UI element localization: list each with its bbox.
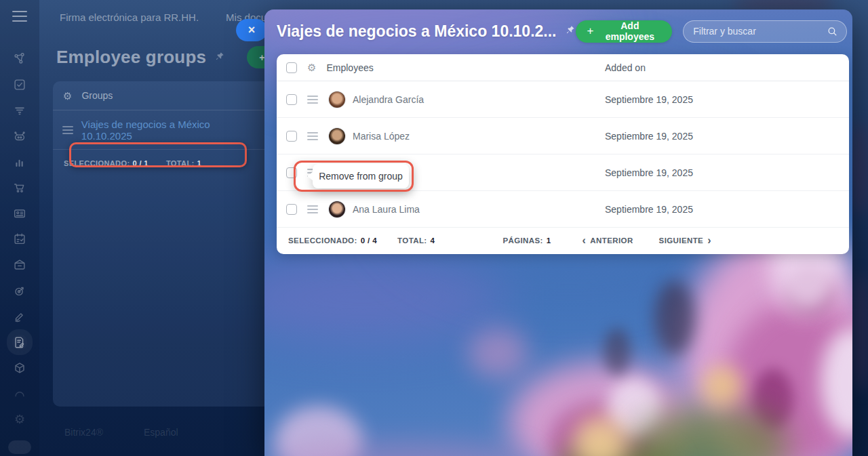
tab-firma-electronica[interactable]: Firma electrónica para RR.HH. [60,12,199,23]
search-input[interactable] [692,25,827,37]
group-link[interactable]: Viajes de negocios a México 10.10.2025 [81,119,262,142]
table-footer: SELECCIONADO:0 / 4 TOTAL:4 PÁGINAS:1 ‹AN… [277,228,849,253]
employee-name: Ana Laura Lima [353,204,420,215]
row-checkbox[interactable] [286,94,297,105]
total-count: TOTAL:4 [397,236,435,245]
flower-blob [604,328,631,375]
help-pill[interactable] [8,440,31,454]
search-box [683,20,847,43]
close-button[interactable]: × [236,19,267,41]
added-on-value: Septiembre 19, 2025 [605,204,693,215]
remove-from-group-tooltip[interactable]: Remove from group [313,164,409,188]
employee-name: Alejandra García [353,94,424,105]
added-on-value: Septiembre 19, 2025 [605,167,693,178]
gear-icon[interactable]: ⚙ [307,62,316,72]
row-checkbox[interactable] [286,131,297,142]
flower-blob [702,365,743,406]
avatar [329,201,345,217]
tasks-check-icon[interactable] [12,77,27,92]
avatar [329,91,345,108]
added-on-value: Septiembre 19, 2025 [605,131,693,142]
bar-chart-icon[interactable] [12,154,27,169]
funnel-icon[interactable] [12,103,27,118]
table-row[interactable]: Ana Laura Lima Septiembre 19, 2025 [277,191,849,228]
base-footer: Bitrix24® Español [64,427,178,438]
employees-table: ⚙ Employees Added on Alejandra García Se… [277,54,849,254]
selected-count: SELECCIONADO:0 / 1 [64,159,149,167]
table-row[interactable]: Marisa López Septiembre 19, 2025 [277,118,849,154]
group-modal: Viajes de negocios a México 10.10.2... +… [264,9,852,456]
cart-icon[interactable] [12,180,27,195]
flower-blob [853,271,868,393]
select-all-checkbox[interactable] [286,62,297,73]
chevron-right-icon: › [707,235,711,246]
gear-icon[interactable]: ⚙ [12,412,27,427]
flower-blob [468,328,529,379]
arc-icon[interactable] [12,386,27,401]
modal-header: Viajes de negocios a México 10.10.2... +… [264,9,852,53]
brand-label: Bitrix24® [64,427,103,438]
total-count: TOTAL:1 [166,159,201,167]
row-menu-icon[interactable] [307,132,318,140]
row-menu-icon[interactable] [307,205,318,213]
groups-footer: SELECCIONADO:0 / 1 TOTAL:1 [64,159,271,167]
close-icon: × [248,23,256,37]
flower-blob [264,253,509,341]
added-on-column-label: Added on [605,62,646,73]
plus-icon: + [587,24,594,38]
chevron-left-icon: ‹ [583,235,587,246]
employee-name: Marisa López [353,131,410,142]
row-menu-icon[interactable] [307,96,318,104]
screen: Firma electrónica para RR.HH. Mis docume… [0,0,868,456]
pin-icon[interactable] [565,24,576,38]
previous-page-button[interactable]: ‹ANTERIOR [583,235,633,246]
groups-table-header: ⚙ Groups [53,81,271,110]
share-network-icon[interactable] [12,51,27,66]
archive-icon[interactable] [12,257,27,272]
added-on-value: Septiembre 19, 2025 [605,94,693,105]
signature-icon[interactable] [12,309,27,324]
row-checkbox[interactable] [286,204,297,215]
drag-handle-icon[interactable] [62,126,73,134]
cube-icon[interactable] [12,360,27,375]
sidebar: ⚙ [0,0,39,456]
modal-title: Viajes de negocios a México 10.10.2... [277,22,557,41]
next-page-button[interactable]: SIGUIENTE› [659,235,711,246]
pin-icon[interactable] [214,51,225,64]
table-row[interactable]: Alejandra García Septiembre 19, 2025 [277,81,849,118]
flower-blob [852,122,868,217]
row-checkbox[interactable] [286,167,297,178]
robot-icon[interactable] [12,129,27,144]
search-icon [827,26,838,37]
gear-icon[interactable]: ⚙ [63,91,72,101]
document-edit-icon[interactable] [12,335,27,350]
language-selector[interactable]: Español [144,427,178,438]
calendar-tasks-icon[interactable] [12,232,27,247]
table-header-row: ⚙ Employees Added on [277,54,849,81]
pages-count: PÁGINAS:1 [502,236,551,245]
page-title: Employee groups [56,47,206,68]
avatar [329,128,345,144]
groups-panel: ⚙ Groups Viajes de negocios a México 10.… [53,81,271,407]
selected-count: SELECCIONADO:0 / 4 [288,236,377,245]
target-icon[interactable] [12,283,27,298]
add-employees-button[interactable]: +Add employees [576,20,673,43]
groups-column-label: Groups [81,90,113,101]
flower-blob [654,281,695,355]
group-row[interactable]: Viajes de negocios a México 10.10.2025 [53,110,271,150]
menu-icon[interactable] [12,11,27,22]
id-card-icon[interactable] [12,206,27,221]
employees-column-label: Employees [326,62,373,73]
